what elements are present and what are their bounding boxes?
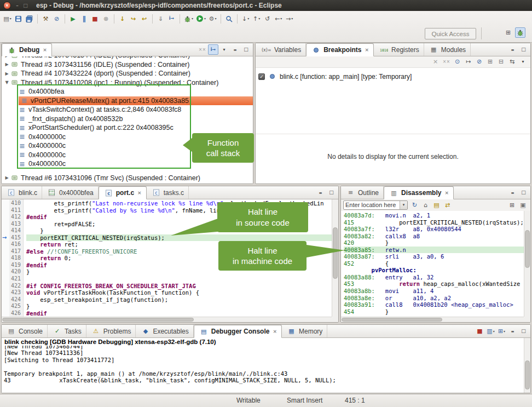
- code-line-418[interactable]: return 0;: [26, 255, 332, 262]
- line-number[interactable]: 417: [9, 248, 23, 255]
- previous-annotation-icon[interactable]: ↑▾: [251, 14, 262, 24]
- minimize-icon[interactable]: ▬: [315, 187, 326, 198]
- disassembly-line[interactable]: 415 portEXIT_CRITICAL_NESTED(irqStatus);: [344, 219, 524, 226]
- disassembly-line[interactable]: 453 return heap_caps_malloc(xWantedSize: [344, 280, 524, 288]
- scrollbar-thumb[interactable]: [333, 227, 338, 279]
- code-line-424[interactable]: esp_set_breakpoint_if_jtag(function);: [26, 296, 332, 303]
- debug-thread-row[interactable]: ▶Thread #3 1073431156 (IDLE) (Suspended …: [2, 60, 253, 70]
- disconnect-icon[interactable]: ⊗: [101, 14, 111, 24]
- last-edit-location-icon[interactable]: ↺: [262, 14, 273, 24]
- titlebar[interactable]: × – □ esp - Debug - /home/krzysztof/esp/…: [0, 0, 532, 11]
- disassembly-line[interactable]: 454 }: [344, 308, 524, 316]
- maximize-icon[interactable]: □: [518, 187, 529, 198]
- tab-console[interactable]: ▤Console: [2, 325, 48, 337]
- back-icon[interactable]: ←▾: [273, 14, 284, 24]
- code-line-414[interactable]: }: [26, 227, 332, 234]
- debug-thread-row[interactable]: ▶Thread #6 1073431096 (Tmr Svc) (Suspend…: [2, 174, 253, 183]
- expand-arrow-icon[interactable]: ▶: [3, 175, 10, 180]
- code-line-421[interactable]: [26, 276, 332, 283]
- forward-icon[interactable]: →▾: [284, 14, 294, 24]
- line-number[interactable]: 413: [9, 221, 23, 228]
- instruction-stepping-toggle-icon[interactable]: i→: [166, 14, 177, 24]
- maximize-icon[interactable]: □: [518, 326, 529, 336]
- run-dropdown-icon[interactable]: ▾: [195, 14, 207, 24]
- collapse-all-icon[interactable]: ⊟: [496, 56, 506, 67]
- editor-horizontal-scrollbar[interactable]: [2, 317, 332, 322]
- disassembly-line[interactable]: 40083a7d: movi.n a2, 1: [344, 212, 524, 219]
- skip-all-breakpoints-icon[interactable]: ⊘: [51, 14, 62, 24]
- window-maximize-button[interactable]: □: [21, 3, 30, 8]
- external-tools-icon[interactable]: ⚙▾: [207, 14, 218, 24]
- line-number[interactable]: 410: [9, 200, 23, 207]
- tab-memory[interactable]: ▦Memory: [282, 325, 327, 337]
- step-over-icon[interactable]: ↪: [128, 14, 138, 24]
- maximize-icon[interactable]: □: [326, 187, 337, 198]
- instruction-stepping-toggle-icon[interactable]: i→: [208, 44, 218, 55]
- disassembly-line[interactable]: 40083a91: call8 0x40081b20 <heap_caps_ma…: [344, 301, 524, 308]
- console-output[interactable]: [New Thread 1073468744][New Thread 10734…: [2, 346, 524, 393]
- tab-tasks-c[interactable]: ctasks.c: [147, 186, 189, 199]
- new-view-icon[interactable]: ⊞: [507, 200, 517, 210]
- minimize-icon[interactable]: ▬: [507, 187, 518, 198]
- open-perspective-icon[interactable]: ⊞: [503, 27, 513, 38]
- build-icon[interactable]: ⚒: [41, 14, 51, 24]
- code-line-423[interactable]: void vPortFirstTaskHook(TaskFunction_t f…: [26, 289, 332, 296]
- collapse-arrow-icon[interactable]: ▼: [3, 80, 10, 85]
- scrollbar-thumb[interactable]: [2, 318, 194, 322]
- view-menu-icon[interactable]: ▾: [518, 56, 528, 67]
- close-tab-icon[interactable]: ×: [273, 329, 277, 334]
- code-line-416[interactable]: return ret;: [26, 241, 332, 248]
- tab-modules[interactable]: ▦Modules: [424, 43, 471, 56]
- remove-all-breakpoints-icon[interactable]: ××: [441, 56, 452, 67]
- code-line-426[interactable]: #endif: [26, 310, 332, 317]
- console-vertical-scrollbar[interactable]: [524, 337, 530, 393]
- disassembly-line[interactable]: 420 }: [344, 239, 524, 247]
- line-number[interactable]: 423: [9, 289, 23, 296]
- disassembly-line[interactable]: 40083a8b: movi a11, 4: [344, 288, 524, 295]
- view-menu-icon[interactable]: ▾: [219, 44, 229, 55]
- remove-breakpoint-icon[interactable]: ×: [430, 56, 441, 67]
- dropdown-arrow-icon[interactable]: ▾: [10, 17, 11, 20]
- expand-all-icon[interactable]: ⊞: [485, 56, 495, 67]
- display-console-icon[interactable]: ▥▾: [485, 326, 496, 336]
- debug-thread-row[interactable]: ▶Thread #4 1073432224 (dport) (Suspended…: [2, 69, 253, 78]
- code-line-411[interactable]: ets_printf("Called by %s line %d\n", fnN…: [26, 207, 332, 214]
- window-close-button[interactable]: ×: [3, 2, 11, 9]
- debug-frame-row[interactable]: _frxt_dispatch() at 0x4008532b: [2, 114, 253, 124]
- close-tab-icon[interactable]: ×: [137, 190, 142, 196]
- dropdown-arrow-icon[interactable]: ▾: [291, 17, 293, 20]
- line-number[interactable]: 415: [9, 234, 23, 242]
- breakpoint-list-item[interactable]: ✓ blink.c [function: app_main] [type: Te…: [258, 71, 412, 82]
- dropdown-arrow-icon[interactable]: ▾: [493, 330, 495, 333]
- disassembly-line[interactable]: 40083a88: entry a1, 32: [344, 274, 524, 281]
- tab-outline[interactable]: ≡Outline: [341, 186, 384, 199]
- dropdown-arrow-icon[interactable]: ▾: [247, 17, 249, 20]
- maximize-icon[interactable]: □: [241, 44, 251, 55]
- tab-debug[interactable]: Debug×: [2, 43, 52, 56]
- tab-problems[interactable]: ⚠Problems: [86, 325, 136, 337]
- minimize-icon[interactable]: ▬: [507, 44, 518, 55]
- line-number[interactable]: 416: [9, 241, 23, 248]
- dropdown-arrow-icon[interactable]: ▾: [204, 17, 206, 20]
- window-minimize-button[interactable]: –: [13, 3, 21, 8]
- debug-frame-row[interactable]: vTaskSwitchContext() at tasks.c:2,846 0x…: [2, 105, 253, 114]
- disassembly-line[interactable]: 40083a7f: l32r a8, 0x40080544: [344, 226, 524, 233]
- code-line-422[interactable]: #if CONFIG_FREERTOS_BREAK_ON_SCHEDULER_S…: [26, 283, 332, 290]
- close-tab-icon[interactable]: ×: [365, 47, 369, 53]
- line-number[interactable]: 422: [9, 283, 23, 290]
- code-line-410[interactable]: ets_printf("Last non-recursive lock %s l…: [26, 200, 332, 207]
- home-icon[interactable]: ⌂: [420, 200, 431, 210]
- line-number[interactable]: 411: [9, 207, 23, 214]
- location-combo-value[interactable]: Enter location here: [344, 202, 400, 208]
- debug-frame-row[interactable]: 0x4000000c: [2, 133, 253, 142]
- tab-registers[interactable]: 1010Registers: [374, 43, 424, 56]
- line-number[interactable]: 425: [9, 303, 23, 310]
- save-icon[interactable]: [13, 14, 24, 24]
- tab-port-c[interactable]: cport.c×: [99, 186, 147, 199]
- show-breakpoints-for-icon[interactable]: ⊙: [452, 56, 462, 67]
- line-number[interactable]: 419: [9, 262, 23, 269]
- expand-arrow-icon[interactable]: ▶: [3, 71, 10, 76]
- tab-disassembly[interactable]: ▥Disassembly×: [384, 186, 454, 199]
- expand-arrow-icon[interactable]: ▶: [3, 62, 10, 67]
- annotation-ruler[interactable]: →: [2, 199, 10, 317]
